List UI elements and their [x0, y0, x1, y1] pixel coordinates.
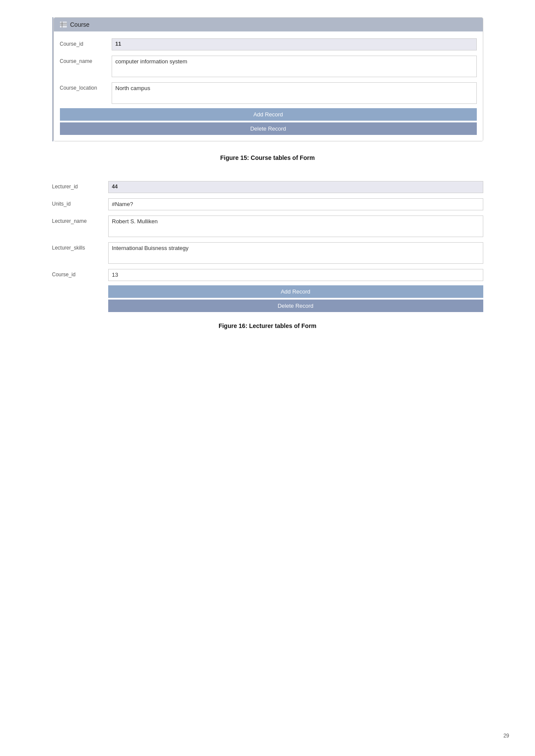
lecturer-skills-field: International Buisness strategy: [108, 242, 483, 264]
course-location-label: Course_location: [60, 82, 112, 91]
lecturer-delete-record-button[interactable]: Delete Record: [108, 300, 483, 312]
lecturer-id-label: Lecturer_id: [52, 181, 108, 190]
lecturer-course-id-input[interactable]: 13: [108, 269, 483, 281]
course-add-record-button[interactable]: Add Record: [60, 108, 477, 121]
lecturer-name-label: Lecturer_name: [52, 216, 108, 224]
lecturer-course-id-label: Course_id: [52, 269, 108, 278]
course-location-row: Course_location North campus: [54, 80, 483, 106]
course-id-row: Course_id 11: [54, 36, 483, 53]
lecturer-name-field: Robert S. Mulliken: [108, 216, 483, 237]
svg-rect-0: [60, 22, 67, 28]
course-id-label: Course_id: [60, 38, 112, 47]
units-id-field: #Name?: [108, 198, 483, 210]
page-number: 29: [504, 733, 509, 739]
course-location-field: North campus: [112, 82, 477, 104]
course-delete-record-button[interactable]: Delete Record: [60, 122, 477, 135]
course-form-caption: Figure 15: Course tables of Form: [52, 154, 483, 161]
course-name-row: Course_name computer information system: [54, 53, 483, 80]
lecturer-course-id-row: Course_id 13: [52, 266, 483, 284]
lecturer-skills-input[interactable]: International Buisness strategy: [108, 242, 483, 264]
lecturer-form-section: Lecturer_id 44 Units_id #Name? Lecturer_…: [52, 178, 483, 329]
course-name-field: computer information system: [112, 56, 477, 77]
course-id-input[interactable]: 11: [112, 38, 477, 50]
course-form-body: Course_id 11 Course_name computer inform…: [54, 31, 483, 141]
course-name-input[interactable]: computer information system: [112, 56, 477, 77]
units-id-row: Units_id #Name?: [52, 196, 483, 213]
lecturer-skills-row: Lecturer_skills International Buisness s…: [52, 240, 483, 266]
lecturer-skills-label: Lecturer_skills: [52, 242, 108, 251]
lecturer-course-id-field: 13: [108, 269, 483, 281]
lecturer-name-row: Lecturer_name Robert S. Mulliken: [52, 213, 483, 240]
course-form-wrapper: Course Course_id 11 Course_name comp: [52, 17, 483, 141]
units-id-label: Units_id: [52, 198, 108, 207]
lecturer-id-input[interactable]: 44: [108, 181, 483, 193]
lecturer-form-caption: Figure 16: Lecturer tables of Form: [52, 322, 483, 329]
course-form-section: Course Course_id 11 Course_name comp: [52, 17, 483, 161]
course-form-buttons: Add Record Delete Record: [54, 106, 483, 137]
page-content: Course Course_id 11 Course_name comp: [52, 17, 483, 329]
course-location-input[interactable]: North campus: [112, 82, 477, 104]
lecturer-form: Lecturer_id 44 Units_id #Name? Lecturer_…: [52, 178, 483, 314]
lecturer-add-record-button[interactable]: Add Record: [108, 285, 483, 298]
lecturer-name-input[interactable]: Robert S. Mulliken: [108, 216, 483, 237]
table-icon: [60, 22, 67, 28]
lecturer-id-row: Lecturer_id 44: [52, 178, 483, 196]
course-name-label: Course_name: [60, 56, 112, 64]
course-form-title: Course: [70, 21, 90, 28]
lecturer-id-field: 44: [108, 181, 483, 193]
course-form-header: Course: [54, 18, 483, 31]
course-id-field: 11: [112, 38, 477, 50]
course-form-card: Course Course_id 11 Course_name comp: [53, 17, 483, 141]
units-id-input[interactable]: #Name?: [108, 198, 483, 210]
lecturer-form-buttons: Add Record Delete Record: [108, 284, 483, 314]
